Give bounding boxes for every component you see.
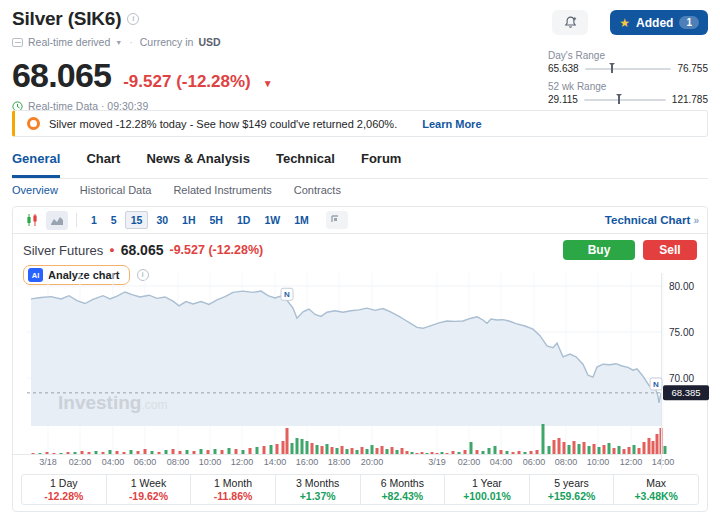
svg-text:04:00: 04:00	[102, 457, 125, 467]
currency-label: Currency in	[140, 36, 194, 48]
tab-forum[interactable]: Forum	[361, 151, 401, 178]
perf-1-month[interactable]: 1 Month-11.86%	[191, 475, 276, 504]
svg-text:10:00: 10:00	[587, 457, 610, 467]
subtab-related-instruments[interactable]: Related Instruments	[173, 184, 271, 196]
price-change: -9.527 (-12.28%)	[123, 72, 251, 92]
tab-technical[interactable]: Technical	[276, 151, 335, 178]
perf-1-year[interactable]: 1 Year+100.01%	[445, 475, 530, 504]
52wk-range-label: 52 wk Range	[548, 81, 708, 92]
perf-value: +1.37%	[300, 490, 336, 502]
status-dot-icon: ●	[109, 245, 114, 255]
perf-max[interactable]: Max+3.48K%	[614, 475, 698, 504]
technical-chart-link[interactable]: Technical Chart »	[605, 214, 699, 226]
svg-text:20:00: 20:00	[361, 457, 384, 467]
currency-value: USD	[198, 36, 220, 48]
interval-1[interactable]: 1	[85, 211, 103, 229]
perf-6-months[interactable]: 6 Months+82.43%	[361, 475, 446, 504]
tab-general[interactable]: General	[12, 151, 60, 178]
chart-price: 68.065	[121, 242, 164, 258]
indicators-icon[interactable]	[326, 211, 348, 229]
chart-instrument-name: Silver Futures	[23, 243, 103, 258]
svg-text:12:00: 12:00	[620, 457, 643, 467]
ranges-panel: Day's Range 65.638 76.755 52 wk Range 29…	[548, 50, 708, 112]
52wk-range-track	[584, 99, 666, 101]
svg-text:3/19: 3/19	[428, 457, 446, 467]
svg-text:02:00: 02:00	[458, 457, 481, 467]
days-range-high: 76.755	[677, 63, 708, 74]
buy-button[interactable]: Buy	[563, 240, 635, 260]
interval-5[interactable]: 5	[105, 211, 123, 229]
perf-label: 1 Day	[50, 477, 77, 489]
chart-change: -9.527 (-12.28%)	[169, 243, 263, 257]
create-alert-button[interactable]	[552, 10, 588, 35]
svg-text:3/18: 3/18	[39, 457, 57, 467]
perf-label: 3 Months	[296, 477, 339, 489]
subtab-contracts[interactable]: Contracts	[294, 184, 341, 196]
derived-label[interactable]: Real-time derived	[28, 36, 110, 48]
chevron-down-icon: ▼	[115, 39, 122, 46]
svg-text:80.00: 80.00	[669, 281, 694, 292]
subtab-overview[interactable]: Overview	[12, 184, 58, 196]
perf-label: 6 Months	[381, 477, 424, 489]
price-chart[interactable]: Investing.com3/1802:0004:0006:0008:0010:…	[13, 273, 711, 469]
svg-text:08:00: 08:00	[167, 457, 190, 467]
candlestick-chart-icon[interactable]	[21, 211, 43, 230]
perf-value: +100.01%	[463, 490, 511, 502]
info-icon[interactable]: i	[127, 13, 139, 25]
interval-15[interactable]: 15	[125, 211, 149, 229]
perf-label: 1 Week	[131, 477, 166, 489]
svg-text:70.00: 70.00	[669, 373, 694, 384]
tab-news-analysis[interactable]: News & Analysis	[146, 151, 250, 178]
chevron-right-icon: »	[693, 215, 699, 226]
52wk-range-marker	[618, 96, 620, 104]
watchlist-added-button[interactable]: ★ Added 1	[610, 10, 708, 35]
last-price: 68.065	[12, 56, 111, 95]
performance-strip: 1 Day-12.28%1 Week-19.62%1 Month-11.86%3…	[21, 474, 699, 505]
perf-value: -19.62%	[129, 490, 168, 502]
sell-button[interactable]: Sell	[643, 240, 697, 260]
added-label: Added	[636, 16, 673, 30]
perf-label: 1 Year	[472, 477, 502, 489]
days-range-track	[585, 68, 672, 70]
area-chart-icon[interactable]	[46, 211, 68, 230]
days-range-low: 65.638	[548, 63, 579, 74]
svg-text:08:00: 08:00	[555, 457, 578, 467]
interval-1m[interactable]: 1M	[288, 211, 315, 229]
perf-1-day[interactable]: 1 Day-12.28%	[22, 475, 107, 504]
promo-text: Silver moved -12.28% today - See how $14…	[49, 118, 397, 130]
svg-text:06:00: 06:00	[523, 457, 546, 467]
svg-text:06:00: 06:00	[134, 457, 157, 467]
instrument-page: Silver (SIK6) i Real-time derived ▼ · Cu…	[0, 0, 720, 532]
perf-5-years[interactable]: 5 years+159.62%	[530, 475, 615, 504]
svg-text:16:00: 16:00	[296, 457, 319, 467]
header: Silver (SIK6) i Real-time derived ▼ · Cu…	[12, 8, 273, 112]
meta-separator: ·	[129, 36, 133, 48]
perf-1-week[interactable]: 1 Week-19.62%	[107, 475, 192, 504]
perf-3-months[interactable]: 3 Months+1.37%	[276, 475, 361, 504]
perf-value: -12.28%	[44, 490, 83, 502]
days-range-marker	[611, 65, 613, 73]
tab-chart[interactable]: Chart	[86, 151, 120, 178]
interval-5h[interactable]: 5H	[204, 211, 229, 229]
interval-30[interactable]: 30	[150, 211, 174, 229]
svg-text:N: N	[653, 380, 659, 389]
perf-label: 5 years	[554, 477, 588, 489]
chart-header: Silver Futures ● 68.065 -9.527 (-12.28%)…	[13, 234, 707, 260]
perf-label: 1 Month	[214, 477, 252, 489]
interval-1h[interactable]: 1H	[176, 211, 201, 229]
learn-more-link[interactable]: Learn More	[422, 118, 481, 130]
svg-text:10:00: 10:00	[199, 457, 222, 467]
interval-1d[interactable]: 1D	[231, 211, 256, 229]
page-title: Silver (SIK6)	[12, 8, 121, 30]
subtab-historical-data[interactable]: Historical Data	[80, 184, 152, 196]
perf-label: Max	[646, 477, 666, 489]
52wk-range-low: 29.115	[548, 94, 578, 105]
days-range-label: Day's Range	[548, 50, 708, 61]
chart-card: 1515301H5H1D1W1M Technical Chart » Silve…	[12, 206, 708, 512]
svg-text:68.385: 68.385	[671, 387, 700, 398]
svg-text:02:00: 02:00	[69, 457, 92, 467]
bell-plus-icon	[563, 15, 578, 30]
interval-1w[interactable]: 1W	[258, 211, 286, 229]
main-tabs: GeneralChartNews & AnalysisTechnicalForu…	[12, 151, 708, 179]
price-down-icon: ▼	[263, 78, 273, 89]
